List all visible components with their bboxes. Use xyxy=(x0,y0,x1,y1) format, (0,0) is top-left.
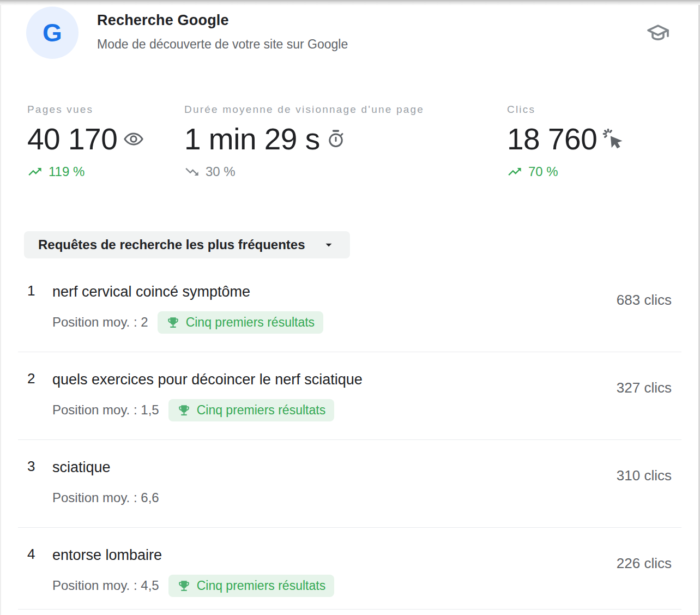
query-position: Position moy. : 6,6 xyxy=(52,490,159,505)
google-avatar: G xyxy=(26,7,79,59)
query-filter-label: Requêtes de recherche les plus fréquente… xyxy=(38,237,305,252)
badge-label: Cinq premiers résultats xyxy=(186,315,315,330)
query-rank: 1 xyxy=(27,282,35,299)
query-text: nerf cervical coincé symptôme xyxy=(52,282,558,301)
query-text: quels exercices pour décoincer le nerf s… xyxy=(52,370,558,389)
trending-up-icon xyxy=(507,164,522,179)
page-subtitle: Mode de découverte de votre site sur Goo… xyxy=(97,37,348,52)
row-divider xyxy=(18,609,681,610)
query-position: Position moy. : 1,5 xyxy=(52,402,159,418)
query-row[interactable]: 4 entorse lombaire Position moy. : 4,5 C… xyxy=(0,528,700,610)
trophy-icon xyxy=(177,579,191,593)
query-row[interactable]: 1 nerf cervical coincé symptôme Position… xyxy=(0,264,700,352)
header: G Recherche Google Mode de découverte de… xyxy=(26,7,348,59)
query-rank: 4 xyxy=(27,546,35,563)
query-position: Position moy. : 4,5 xyxy=(52,578,159,593)
eye-icon xyxy=(123,128,144,150)
query-row[interactable]: 2 quels exercices pour décoincer le nerf… xyxy=(0,352,700,440)
query-rank: 3 xyxy=(27,458,35,475)
badge-label: Cinq premiers résultats xyxy=(197,578,325,593)
stopwatch-icon xyxy=(325,129,346,149)
search-console-insights-panel: G Recherche Google Mode de découverte de… xyxy=(0,0,700,615)
caret-down-icon xyxy=(322,238,336,252)
clicks-count: 683 clics xyxy=(617,292,672,309)
query-text: sciatique xyxy=(52,458,558,477)
stat-trend-value: 70 % xyxy=(528,164,558,179)
stat-label: Pages vues xyxy=(27,104,144,116)
stat-duree-moyenne: Durée moyenne de visionnage d'une page 1… xyxy=(184,104,424,179)
graduation-cap-icon[interactable] xyxy=(645,21,671,46)
query-position: Position moy. : 2 xyxy=(52,315,148,330)
stat-trend-value: 119 % xyxy=(49,164,85,179)
query-rank: 2 xyxy=(27,370,35,387)
header-text: Recherche Google Mode de découverte de v… xyxy=(97,7,348,52)
stat-clics: Clics 18 760 xyxy=(507,104,624,179)
trophy-icon xyxy=(166,316,180,329)
stat-trend-value: 30 % xyxy=(206,164,236,179)
stat-value: 40 170 xyxy=(27,123,117,156)
trending-down-icon xyxy=(184,164,200,179)
stat-value: 1 min 29 s xyxy=(184,123,320,156)
badge-label: Cinq premiers résultats xyxy=(197,403,325,418)
top-five-badge: Cinq premiers résultats xyxy=(158,311,323,334)
page-title: Recherche Google xyxy=(97,12,348,29)
stat-pages-vues: Pages vues 40 170 119 % xyxy=(27,104,144,179)
trending-up-icon xyxy=(27,164,43,179)
stat-label: Durée moyenne de visionnage d'une page xyxy=(184,104,424,116)
top-queries-list: 1 nerf cervical coincé symptôme Position… xyxy=(0,264,700,610)
stat-label: Clics xyxy=(507,104,624,116)
google-logo-letter: G xyxy=(43,18,62,47)
clicks-count: 226 clics xyxy=(617,555,672,572)
clicks-count: 327 clics xyxy=(617,379,672,396)
stat-value: 18 760 xyxy=(507,123,597,156)
top-five-badge: Cinq premiers résultats xyxy=(168,575,334,597)
query-text: entorse lombaire xyxy=(52,546,558,564)
top-five-badge: Cinq premiers résultats xyxy=(168,399,334,421)
click-cursor-icon xyxy=(602,128,624,150)
top-edge-shadow xyxy=(0,0,700,5)
clicks-count: 310 clics xyxy=(617,467,672,484)
trophy-icon xyxy=(177,403,191,417)
query-filter-dropdown[interactable]: Requêtes de recherche les plus fréquente… xyxy=(24,231,350,258)
stats-row: Pages vues 40 170 119 % xyxy=(0,104,700,196)
query-row[interactable]: 3 sciatique Position moy. : 6,6 310 clic… xyxy=(0,440,700,528)
